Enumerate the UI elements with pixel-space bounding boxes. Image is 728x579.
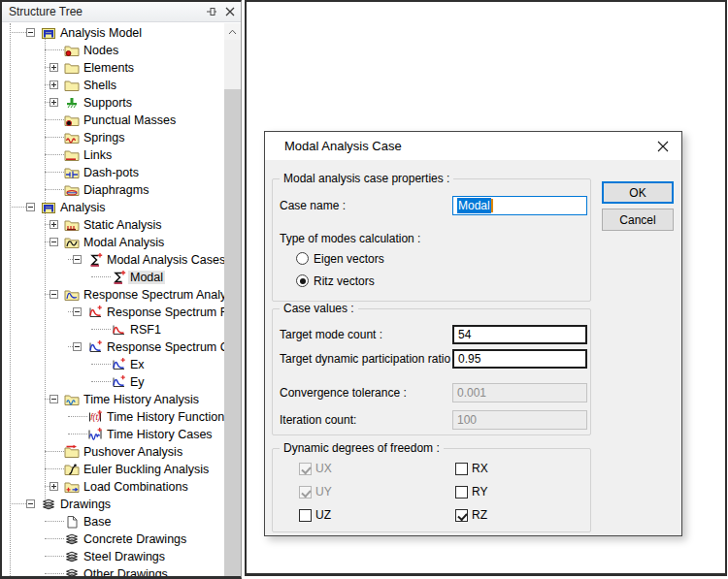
ok-button[interactable]: OK [602, 181, 674, 204]
target-mode-count-input[interactable]: 54 [452, 325, 587, 344]
dialog-titlebar[interactable]: Modal Analysis Case [265, 132, 681, 160]
tree-item-pushover-analysis[interactable]: Pushover Analysis [2, 443, 224, 461]
tree-item-elements[interactable]: Elements [2, 59, 224, 77]
tree-item-ey[interactable]: Ey [2, 373, 224, 391]
modes-calculation-label: Type of modes calculation : [280, 229, 420, 248]
tree-connector [45, 119, 64, 120]
tree-item-static-analysis[interactable]: Static Analysis [2, 216, 224, 234]
collapse-toggle-icon[interactable] [26, 499, 35, 508]
tree-item-punctual-masses[interactable]: Punctual Masses [2, 112, 224, 129]
tree-item-time-history-functions[interactable]: f(t)Time History Functions [2, 408, 224, 426]
ry-checkbox[interactable] [455, 486, 468, 499]
tree-connector [45, 451, 64, 452]
tree-item-drawings[interactable]: Drawings [2, 496, 224, 513]
tree-item-modal-analysis[interactable]: Modal Analysis [2, 234, 224, 251]
tree-item-supports[interactable]: Supports [2, 94, 224, 112]
expand-toggle-icon[interactable] [50, 482, 58, 491]
tree-item-response-spectrum-cases[interactable]: Response Spectrum Cases [2, 338, 224, 356]
tree-item-response-spectrum-analysis[interactable]: Response Spectrum Analysis [2, 286, 224, 304]
ritz-vectors-radio[interactable] [296, 274, 309, 287]
close-panel-icon[interactable] [222, 4, 238, 19]
folder-spring-icon [64, 130, 80, 145]
tree-item-label: RSF1 [128, 323, 163, 337]
group-label: Modal analysis case properties : [280, 172, 453, 185]
participation-ratio-label: Target dynamic participation ratio : [280, 349, 457, 369]
dialog-close-icon[interactable] [655, 139, 671, 154]
tree-item-analysis-model[interactable]: Analysis Model [2, 24, 224, 42]
tree-item-dash-pots[interactable]: Dash-pots [2, 164, 224, 181]
tree-connector [45, 556, 64, 557]
collapse-toggle-icon[interactable] [73, 255, 82, 264]
tree-item-label: Analysis Model [58, 26, 144, 40]
tree-item-rsf1[interactable]: RSF1 [2, 321, 224, 338]
folder-static-icon [64, 217, 80, 233]
tree-item-label: Springs [82, 131, 126, 145]
collapse-toggle-icon[interactable] [50, 290, 58, 299]
tree-item-label: Shells [82, 79, 118, 92]
tree-item-label: Dash-pots [82, 166, 141, 179]
text-caret [491, 199, 493, 212]
uz-checkbox[interactable] [299, 509, 312, 522]
collapse-toggle-icon[interactable] [26, 203, 35, 211]
spectrum-blue-plus-icon [111, 357, 126, 372]
iteration-count-input: 100 [452, 410, 587, 430]
rx-checkbox[interactable] [455, 463, 468, 475]
tree-item-response-spectrum-functions[interactable]: Response Spectrum Functions [2, 304, 224, 321]
pin-icon[interactable] [204, 4, 219, 19]
collapse-toggle-icon[interactable] [50, 238, 58, 246]
tree-item-modal-analysis-cases[interactable]: Modal Analysis Cases [2, 251, 224, 269]
tree-item-modal[interactable]: Modal [2, 269, 224, 286]
spectrum-red-icon [111, 322, 126, 338]
folder-link-icon [64, 147, 80, 163]
expand-toggle-icon[interactable] [50, 220, 58, 229]
tree-scrollbar[interactable] [224, 23, 241, 576]
eigen-vectors-radio[interactable] [296, 252, 309, 265]
collapse-toggle-icon[interactable] [73, 307, 82, 316]
tree-item-links[interactable]: Links [2, 146, 224, 164]
selected-text: Modal [457, 198, 491, 213]
tree-item-other-drawings[interactable]: Other Drawings [2, 565, 224, 576]
tree-item-steel-drawings[interactable]: Steel Drawings [2, 548, 224, 565]
tree-connector [91, 381, 111, 382]
folder-spectrum-icon [64, 287, 80, 303]
collapse-toggle-icon[interactable] [50, 395, 58, 403]
tree-item-nodes[interactable]: Nodes [2, 42, 224, 59]
ux-label: UX [315, 463, 332, 475]
expand-toggle-icon[interactable] [50, 63, 58, 72]
tree-item-diaphragms[interactable]: Diaphragms [2, 181, 224, 199]
collapse-toggle-icon[interactable] [26, 28, 35, 37]
frame-icon [41, 200, 56, 215]
tree-item-load-combinations[interactable]: Load Combinations [2, 478, 224, 496]
tree-item-ex[interactable]: Ex [2, 356, 224, 373]
tree-connector [45, 172, 64, 173]
tree-item-time-history-analysis[interactable]: Time History Analysis [2, 391, 224, 408]
tree-item-label: Modal Analysis [82, 236, 166, 249]
expand-toggle-icon[interactable] [50, 80, 58, 89]
tree-item-shells[interactable]: Shells [2, 77, 224, 94]
collapse-toggle-icon[interactable] [73, 342, 82, 351]
dialog-title: Modal Analysis Case [284, 139, 402, 153]
tree-item-euler-buckling-analysis[interactable]: Euler Buckling Analysis [2, 461, 224, 478]
structure-tree-header[interactable]: Structure Tree [2, 2, 241, 22]
expand-toggle-icon[interactable] [50, 98, 58, 107]
case-name-input[interactable]: Modal [452, 196, 587, 215]
tree-connector [10, 32, 26, 33]
tree-item-springs[interactable]: Springs [2, 129, 224, 146]
cancel-button[interactable]: Cancel [602, 209, 674, 231]
tree-item-time-history-cases[interactable]: Time History Cases [2, 426, 224, 443]
scrollbar-thumb[interactable] [224, 89, 241, 576]
sheets-icon [64, 566, 80, 576]
field-value: 0.001 [457, 385, 486, 401]
tree-item-label: Ey [128, 375, 147, 389]
rz-checkbox[interactable] [455, 509, 468, 522]
participation-ratio-input[interactable]: 0.95 [452, 349, 587, 369]
tree-item-concrete-drawings[interactable]: Concrete Drawings [2, 531, 224, 548]
scroll-up-icon[interactable] [224, 23, 241, 40]
tree-item-analysis[interactable]: Analysis [2, 199, 224, 216]
tree-item-label: Base [82, 515, 114, 529]
tree-item-label: Modal Analysis Cases [105, 253, 224, 267]
tree-item-label: Static Analysis [82, 218, 164, 232]
structure-tree: Analysis ModelNodesElementsShellsSupport… [2, 23, 224, 576]
tree-item-label: Response Spectrum Cases [105, 340, 224, 354]
tree-item-base[interactable]: Base [2, 513, 224, 531]
